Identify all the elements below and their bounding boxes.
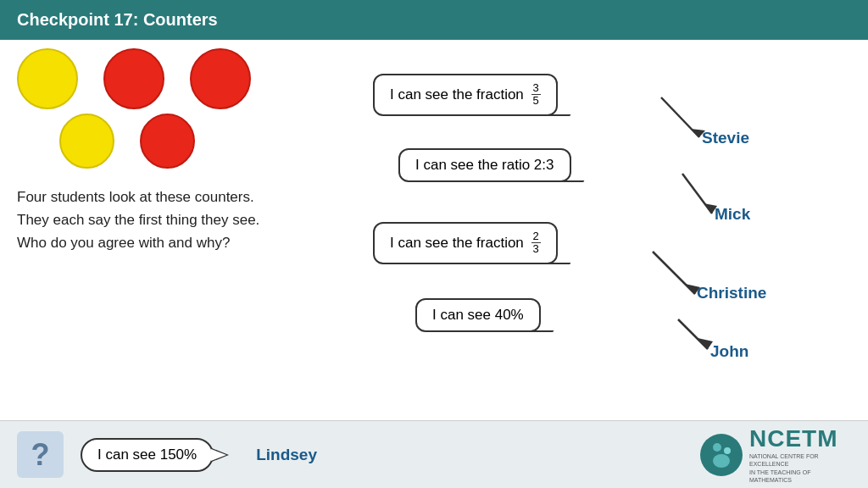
- ncetm-text-block: NCETM NATIONAL CENTRE FOR EXCELLENCEIN T…: [749, 425, 851, 483]
- ncetm-circle-icon: [700, 434, 743, 476]
- counter-row-1: [17, 48, 373, 109]
- john-bubble-text: I can see 40%: [432, 307, 524, 324]
- stevie-name: Stevie: [702, 129, 749, 147]
- lindsey-bubble-text: I can see 150%: [97, 446, 197, 463]
- mick-name: Mick: [715, 205, 750, 224]
- lindsey-bubble: I can see 150%: [81, 438, 214, 472]
- description-line2: They each say the first thing they see.: [17, 208, 373, 231]
- counter-red-1: [103, 48, 164, 109]
- svg-point-11: [724, 447, 731, 454]
- counter-yellow-1: [17, 48, 78, 109]
- svg-line-2: [682, 174, 712, 214]
- description-text: Four students look at these counters. Th…: [17, 186, 373, 255]
- stevie-bubble: I can see the fraction 3 5: [373, 74, 558, 116]
- stevie-fraction: 3 5: [531, 82, 541, 108]
- counter-red-3: [140, 114, 195, 169]
- bottom-bar: ? I can see 150% Lindsey NCETM NATIONAL …: [0, 420, 868, 488]
- mick-bubble-text: I can see the ratio 2:3: [415, 157, 554, 174]
- left-panel: Four students look at these counters. Th…: [17, 48, 373, 412]
- page-header: Checkpoint 17: Counters: [0, 0, 868, 40]
- ncetm-subtext: NATIONAL CENTRE FOR EXCELLENCEIN THE TEA…: [749, 452, 851, 483]
- mick-bubble: I can see the ratio 2:3: [398, 148, 571, 182]
- description-line3: Who do you agree with and why?: [17, 231, 373, 254]
- main-content: Four students look at these counters. Th…: [0, 40, 868, 420]
- svg-line-4: [653, 252, 695, 294]
- description-line1: Four students look at these counters.: [17, 186, 373, 208]
- christine-fraction: 2 3: [531, 230, 541, 256]
- page-title: Checkpoint 17: Counters: [17, 10, 218, 29]
- question-mark: ?: [31, 437, 50, 473]
- christine-name: Christine: [697, 284, 766, 302]
- svg-point-10: [713, 454, 730, 468]
- christine-bubble-text-pre: I can see the fraction: [390, 235, 528, 252]
- lindsey-name: Lindsey: [256, 446, 317, 464]
- right-panel: I can see the fraction 3 5: [373, 48, 851, 412]
- question-mark-box: ?: [17, 431, 64, 478]
- john-bubble: I can see 40%: [415, 298, 541, 332]
- counter-red-2: [190, 48, 251, 109]
- screen: Checkpoint 17: Counters Four students lo…: [0, 0, 868, 488]
- counters-display: [17, 48, 373, 169]
- john-name: John: [710, 342, 748, 361]
- svg-point-9: [713, 443, 721, 452]
- counter-row-2: [59, 114, 373, 169]
- svg-line-0: [661, 97, 699, 137]
- ncetm-logo: NCETM NATIONAL CENTRE FOR EXCELLENCEIN T…: [700, 425, 851, 483]
- christine-bubble: I can see the fraction 2 3: [373, 222, 558, 264]
- stevie-bubble-text-pre: I can see the fraction: [390, 86, 528, 103]
- svg-line-6: [678, 319, 708, 349]
- counter-yellow-2: [59, 114, 114, 169]
- ncetm-name: NCETM: [749, 425, 851, 452]
